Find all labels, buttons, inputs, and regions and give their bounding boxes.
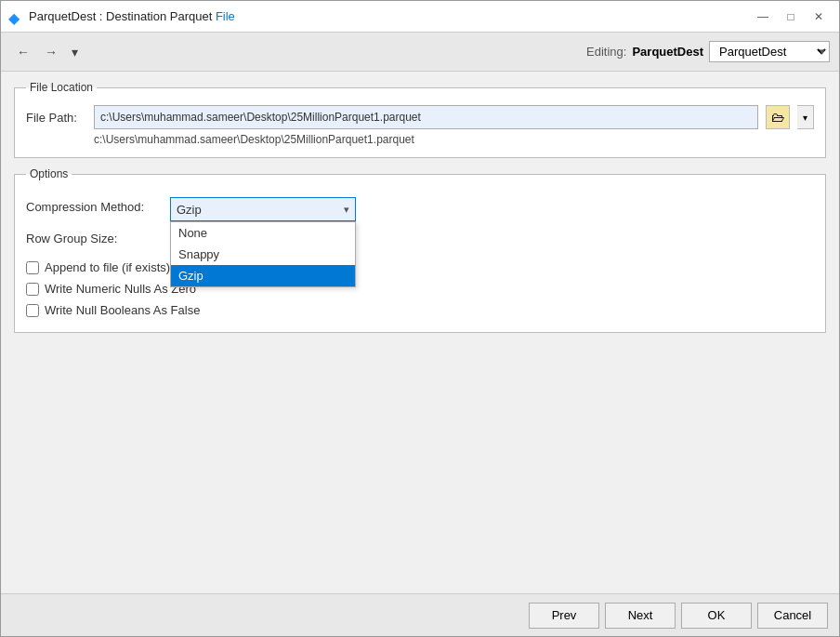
compression-select-box[interactable]: Gzip ▾ xyxy=(170,197,356,221)
title-bar: ◆ ParquetDest : Destination Parquet File… xyxy=(1,1,839,33)
title-prefix: ParquetDest : Destination Parquet xyxy=(29,9,216,23)
file-location-row: File Path: 🗁 ▾ xyxy=(26,105,814,129)
file-path-label: File Path: xyxy=(26,111,86,125)
close-button[interactable]: ✕ xyxy=(806,7,832,27)
options-form: Compression Method: Gzip ▾ None Snappy G… xyxy=(26,197,814,317)
compression-row: Compression Method: Gzip ▾ None Snappy G… xyxy=(26,197,814,221)
title-bar-controls: — □ ✕ xyxy=(750,7,832,27)
compression-dropdown-list: None Snappy Gzip xyxy=(170,221,356,287)
compression-wrapper: Gzip ▾ None Snappy Gzip xyxy=(170,197,356,221)
file-location-legend: File Location xyxy=(26,81,97,94)
next-button[interactable]: Next xyxy=(605,603,676,629)
write-nulls-checkbox[interactable] xyxy=(26,283,39,296)
ok-button[interactable]: OK xyxy=(681,603,752,629)
append-checkbox-row: Append to file (if exists) xyxy=(26,260,814,274)
app-icon: ◆ xyxy=(8,9,23,24)
title-highlight: File xyxy=(216,9,235,23)
editing-select-wrapper[interactable]: ParquetDest xyxy=(709,41,830,62)
compression-selected-value: Gzip xyxy=(177,203,202,217)
nav-dropdown-button[interactable]: ▾ xyxy=(66,39,83,65)
title-bar-left: ◆ ParquetDest : Destination Parquet File xyxy=(8,9,235,24)
editing-label: Editing: xyxy=(586,45,626,59)
editing-select[interactable]: ParquetDest xyxy=(709,41,830,62)
compression-option-none[interactable]: None xyxy=(171,222,355,244)
write-booleans-checkbox[interactable] xyxy=(26,304,39,317)
toolbar-right: Editing: ParquetDest ParquetDest xyxy=(586,41,830,62)
browse-button[interactable]: 🗁 xyxy=(766,105,790,129)
row-group-row: Row Group Size: xyxy=(26,229,814,253)
compression-option-snappy[interactable]: Snappy xyxy=(171,244,355,265)
footer: Prev Next OK Cancel xyxy=(1,593,839,636)
main-content: File Location File Path: 🗁 ▾ c:\Users\mu… xyxy=(1,72,839,593)
title-text: ParquetDest : Destination Parquet File xyxy=(29,9,235,23)
file-location-group: File Location File Path: 🗁 ▾ c:\Users\mu… xyxy=(14,81,826,158)
file-path-dropdown-button[interactable]: ▾ xyxy=(797,105,814,129)
main-window: ◆ ParquetDest : Destination Parquet File… xyxy=(0,0,840,637)
compression-label: Compression Method: xyxy=(26,197,161,214)
write-nulls-checkbox-row: Write Numeric Nulls As Zero xyxy=(26,282,814,296)
file-path-hint: c:\Users\muhammad.sameer\Desktop\25Milli… xyxy=(26,133,814,146)
write-booleans-checkbox-row: Write Null Booleans As False xyxy=(26,303,814,317)
compression-option-gzip[interactable]: Gzip xyxy=(171,265,355,286)
append-label[interactable]: Append to file (if exists) xyxy=(45,260,170,274)
append-checkbox[interactable] xyxy=(26,261,39,274)
folder-icon: 🗁 xyxy=(771,110,784,125)
back-button[interactable]: ← xyxy=(10,39,36,65)
prev-button[interactable]: Prev xyxy=(529,603,599,629)
minimize-button[interactable]: — xyxy=(750,7,776,27)
options-legend: Options xyxy=(26,167,72,180)
toolbar: ← → ▾ Editing: ParquetDest ParquetDest xyxy=(1,33,839,72)
editing-value: ParquetDest xyxy=(632,45,703,59)
forward-button[interactable]: → xyxy=(38,39,64,65)
compression-arrow: ▾ xyxy=(344,204,349,216)
options-group: Options Compression Method: Gzip ▾ None … xyxy=(14,167,826,333)
cancel-button[interactable]: Cancel xyxy=(757,603,828,629)
toolbar-left: ← → ▾ xyxy=(10,39,83,65)
write-booleans-label[interactable]: Write Null Booleans As False xyxy=(45,303,200,317)
file-path-input[interactable] xyxy=(94,105,758,129)
maximize-button[interactable]: □ xyxy=(778,7,804,27)
row-group-label: Row Group Size: xyxy=(26,229,161,246)
